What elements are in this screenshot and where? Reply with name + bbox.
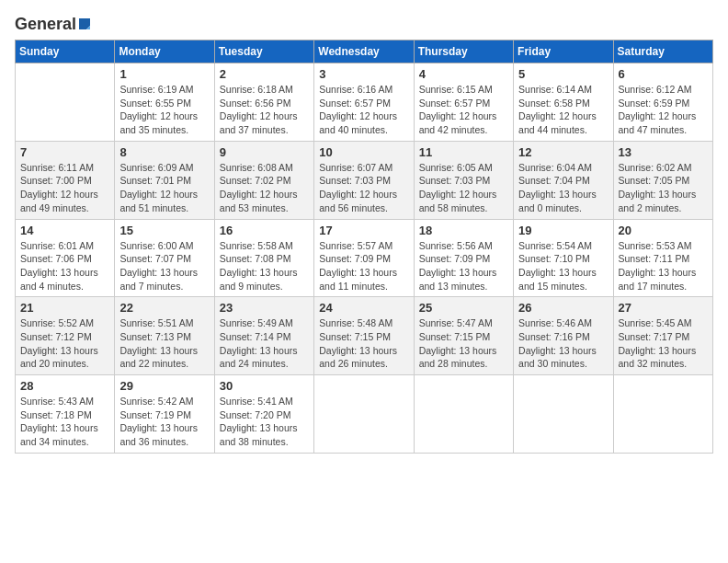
day-number: 11 (419, 145, 508, 159)
calendar-cell: 30Sunrise: 5:41 AM Sunset: 7:20 PM Dayli… (214, 375, 313, 454)
calendar-cell: 6Sunrise: 6:12 AM Sunset: 6:59 PM Daylig… (613, 63, 712, 142)
calendar-cell: 20Sunrise: 5:53 AM Sunset: 7:11 PM Dayli… (613, 219, 712, 297)
day-number: 18 (419, 224, 508, 237)
day-number: 21 (20, 301, 109, 315)
calendar-cell: 12Sunrise: 6:04 AM Sunset: 7:04 PM Dayli… (514, 141, 613, 219)
day-info: Sunrise: 5:53 AM Sunset: 7:11 PM Dayligh… (619, 239, 708, 293)
calendar-cell (613, 375, 712, 454)
day-info: Sunrise: 6:05 AM Sunset: 7:03 PM Dayligh… (419, 161, 508, 215)
day-info: Sunrise: 5:56 AM Sunset: 7:09 PM Dayligh… (419, 239, 508, 293)
calendar-cell: 28Sunrise: 5:43 AM Sunset: 7:18 PM Dayli… (16, 375, 115, 454)
calendar-cell: 24Sunrise: 5:48 AM Sunset: 7:15 PM Dayli… (314, 297, 414, 375)
calendar-cell: 16Sunrise: 5:58 AM Sunset: 7:08 PM Dayli… (214, 219, 313, 297)
day-number: 1 (119, 67, 209, 81)
calendar-cell: 10Sunrise: 6:07 AM Sunset: 7:03 PM Dayli… (314, 141, 414, 219)
day-info: Sunrise: 6:11 AM Sunset: 7:00 PM Dayligh… (20, 161, 109, 215)
day-info: Sunrise: 5:52 AM Sunset: 7:12 PM Dayligh… (20, 316, 109, 371)
day-info: Sunrise: 6:15 AM Sunset: 6:57 PM Dayligh… (419, 83, 508, 137)
day-header-wednesday: Wednesday (314, 40, 414, 63)
day-info: Sunrise: 5:46 AM Sunset: 7:16 PM Dayligh… (518, 316, 608, 371)
day-number: 7 (20, 145, 109, 159)
calendar-cell: 2Sunrise: 6:18 AM Sunset: 6:56 PM Daylig… (214, 63, 313, 142)
calendar-cell: 27Sunrise: 5:45 AM Sunset: 7:17 PM Dayli… (613, 297, 712, 375)
day-info: Sunrise: 5:45 AM Sunset: 7:17 PM Dayligh… (619, 316, 708, 371)
calendar-cell: 11Sunrise: 6:05 AM Sunset: 7:03 PM Dayli… (414, 141, 513, 219)
day-number: 26 (518, 301, 608, 315)
day-number: 28 (20, 379, 109, 393)
day-number: 16 (220, 224, 309, 237)
day-info: Sunrise: 5:49 AM Sunset: 7:14 PM Dayligh… (220, 316, 309, 371)
day-header-sunday: Sunday (16, 40, 115, 63)
day-header-tuesday: Tuesday (214, 40, 313, 63)
day-info: Sunrise: 5:58 AM Sunset: 7:08 PM Dayligh… (220, 239, 309, 293)
day-number: 22 (119, 301, 209, 315)
calendar-cell: 21Sunrise: 5:52 AM Sunset: 7:12 PM Dayli… (16, 297, 115, 375)
calendar-cell: 3Sunrise: 6:16 AM Sunset: 6:57 PM Daylig… (314, 63, 414, 142)
day-header-monday: Monday (115, 40, 214, 63)
calendar-cell: 19Sunrise: 5:54 AM Sunset: 7:10 PM Dayli… (514, 219, 613, 297)
calendar-cell: 23Sunrise: 5:49 AM Sunset: 7:14 PM Dayli… (214, 297, 313, 375)
calendar-cell: 14Sunrise: 6:01 AM Sunset: 7:06 PM Dayli… (16, 219, 115, 297)
day-number: 13 (619, 145, 708, 159)
logo-icon (77, 17, 94, 33)
page-header: General (15, 15, 713, 30)
calendar-cell: 8Sunrise: 6:09 AM Sunset: 7:01 PM Daylig… (115, 141, 214, 219)
day-number: 2 (220, 67, 309, 81)
calendar-cell: 17Sunrise: 5:57 AM Sunset: 7:09 PM Dayli… (314, 219, 414, 297)
day-number: 27 (619, 301, 708, 315)
calendar-cell: 15Sunrise: 6:00 AM Sunset: 7:07 PM Dayli… (115, 219, 214, 297)
calendar-cell (16, 63, 115, 142)
day-number: 23 (220, 301, 309, 315)
day-info: Sunrise: 6:12 AM Sunset: 6:59 PM Dayligh… (619, 83, 708, 137)
day-info: Sunrise: 5:47 AM Sunset: 7:15 PM Dayligh… (419, 316, 508, 371)
logo-general: General (15, 15, 76, 34)
day-info: Sunrise: 5:51 AM Sunset: 7:13 PM Dayligh… (119, 316, 209, 371)
day-number: 8 (119, 145, 209, 159)
day-number: 3 (319, 67, 408, 81)
calendar-cell: 9Sunrise: 6:08 AM Sunset: 7:02 PM Daylig… (214, 141, 313, 219)
day-number: 20 (619, 224, 708, 237)
calendar-cell: 18Sunrise: 5:56 AM Sunset: 7:09 PM Dayli… (414, 219, 513, 297)
day-info: Sunrise: 6:02 AM Sunset: 7:05 PM Dayligh… (619, 161, 708, 215)
day-header-thursday: Thursday (414, 40, 513, 63)
calendar-cell: 7Sunrise: 6:11 AM Sunset: 7:00 PM Daylig… (16, 141, 115, 219)
day-number: 29 (119, 379, 209, 393)
day-header-friday: Friday (514, 40, 613, 63)
day-number: 14 (20, 224, 109, 237)
day-number: 4 (419, 67, 508, 81)
logo: General (15, 15, 95, 30)
day-info: Sunrise: 6:01 AM Sunset: 7:06 PM Dayligh… (20, 239, 109, 293)
day-number: 30 (220, 379, 309, 393)
calendar-cell: 5Sunrise: 6:14 AM Sunset: 6:58 PM Daylig… (514, 63, 613, 142)
day-number: 24 (319, 301, 408, 315)
day-info: Sunrise: 6:19 AM Sunset: 6:55 PM Dayligh… (119, 83, 209, 137)
day-info: Sunrise: 5:48 AM Sunset: 7:15 PM Dayligh… (319, 316, 408, 371)
day-info: Sunrise: 5:57 AM Sunset: 7:09 PM Dayligh… (319, 239, 408, 293)
day-number: 5 (518, 67, 608, 81)
day-number: 6 (619, 67, 708, 81)
calendar-cell: 29Sunrise: 5:42 AM Sunset: 7:19 PM Dayli… (115, 375, 214, 454)
day-info: Sunrise: 6:18 AM Sunset: 6:56 PM Dayligh… (220, 83, 309, 137)
calendar-cell: 13Sunrise: 6:02 AM Sunset: 7:05 PM Dayli… (613, 141, 712, 219)
day-info: Sunrise: 6:04 AM Sunset: 7:04 PM Dayligh… (518, 161, 608, 215)
day-number: 17 (319, 224, 408, 237)
day-info: Sunrise: 5:41 AM Sunset: 7:20 PM Dayligh… (220, 395, 309, 449)
day-info: Sunrise: 6:09 AM Sunset: 7:01 PM Dayligh… (119, 161, 209, 215)
day-info: Sunrise: 5:42 AM Sunset: 7:19 PM Dayligh… (119, 395, 209, 449)
calendar-cell: 22Sunrise: 5:51 AM Sunset: 7:13 PM Dayli… (115, 297, 214, 375)
day-number: 10 (319, 145, 408, 159)
day-info: Sunrise: 6:14 AM Sunset: 6:58 PM Dayligh… (518, 83, 608, 137)
calendar-cell (414, 375, 513, 454)
calendar-cell: 1Sunrise: 6:19 AM Sunset: 6:55 PM Daylig… (115, 63, 214, 142)
day-number: 15 (119, 224, 209, 237)
day-info: Sunrise: 6:08 AM Sunset: 7:02 PM Dayligh… (220, 161, 309, 215)
calendar: SundayMondayTuesdayWednesdayThursdayFrid… (15, 40, 713, 454)
calendar-cell: 4Sunrise: 6:15 AM Sunset: 6:57 PM Daylig… (414, 63, 513, 142)
day-info: Sunrise: 6:00 AM Sunset: 7:07 PM Dayligh… (119, 239, 209, 293)
day-info: Sunrise: 5:54 AM Sunset: 7:10 PM Dayligh… (518, 239, 608, 293)
day-number: 19 (518, 224, 608, 237)
calendar-cell (514, 375, 613, 454)
day-number: 25 (419, 301, 508, 315)
day-number: 9 (220, 145, 309, 159)
day-number: 12 (518, 145, 608, 159)
